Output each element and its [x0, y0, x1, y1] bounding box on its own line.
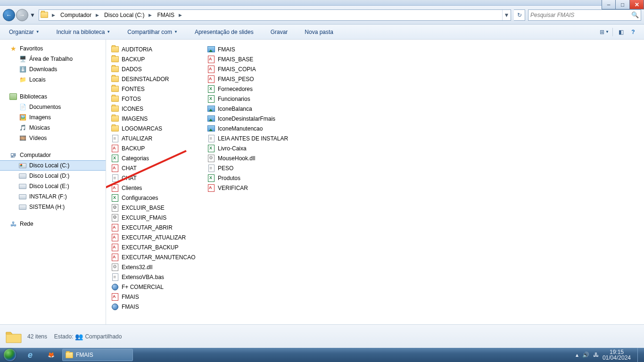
chevron-right-icon[interactable]: ▶ — [93, 13, 101, 17]
file-item[interactable]: DADOS — [110, 64, 199, 74]
file-item[interactable]: ExtensoVBA.bas — [110, 272, 199, 282]
sidebar-item-label: INSTALAR (F:) — [29, 193, 67, 200]
burn-button[interactable]: Gravar — [266, 26, 292, 38]
maximize-button[interactable]: □ — [616, 0, 630, 9]
file-item[interactable]: Funcionarios — [206, 94, 296, 104]
file-name-label: AUDITORIA — [122, 46, 152, 53]
file-item[interactable]: Fornecedores — [206, 84, 296, 94]
application-icon — [112, 304, 118, 310]
file-item[interactable]: CHAT — [110, 163, 199, 173]
desktop-icon: 🖥️ — [19, 55, 26, 63]
file-item[interactable]: FMAIS — [110, 302, 199, 312]
sidebar-item-documents[interactable]: 📄Documentos — [0, 102, 106, 112]
tray-network-icon[interactable]: 🖧 — [593, 352, 599, 358]
file-name-label: VERIFICAR — [218, 185, 248, 191]
chevron-right-icon[interactable]: ▶ — [50, 13, 58, 17]
file-item[interactable]: IconeDesinstalarFmais — [206, 114, 296, 123]
address-history-button[interactable]: ▼ — [502, 10, 511, 20]
close-button[interactable]: ✕ — [630, 0, 644, 9]
taskbar-pinned-firefox[interactable]: 🦊 — [41, 348, 61, 362]
sidebar-item-music[interactable]: 🎵Músicas — [0, 123, 106, 133]
start-button[interactable] — [0, 348, 20, 362]
file-item[interactable]: Livro-Caixa — [206, 143, 296, 153]
sidebar-header-network[interactable]: 🖧Rede — [0, 219, 106, 229]
sidebar-item-videos[interactable]: 🎞️Vídeos — [0, 133, 106, 143]
file-item[interactable]: ICONES — [110, 104, 199, 114]
file-item[interactable]: MouseHook.dll — [206, 153, 296, 163]
address-bar[interactable]: ▶ Computador ▶ Disco Local (C:) ▶ FMAIS … — [39, 9, 511, 21]
sidebar-item-downloads[interactable]: ⬇️Downloads — [0, 64, 106, 74]
chevron-right-icon[interactable]: ▶ — [176, 13, 184, 17]
new-folder-button[interactable]: Nova pasta — [300, 26, 338, 38]
back-button[interactable]: ← — [3, 9, 15, 21]
forward-button[interactable]: → — [16, 9, 28, 21]
file-item[interactable]: FMAIS_COPIA — [206, 64, 296, 74]
file-item[interactable]: EXECUTAR_MANUTENCAO — [110, 252, 199, 262]
file-item[interactable]: FMAIS_BASE — [206, 54, 296, 64]
recent-locations-button[interactable]: ▼ — [29, 9, 36, 21]
file-item[interactable]: EXECUTAR_ABRIR — [110, 222, 199, 232]
file-item[interactable]: EXECUTAR_ATUALIZAR — [110, 232, 199, 242]
preview-pane-button[interactable]: ◧ — [615, 27, 627, 37]
crumb-fmais[interactable]: FMAIS — [154, 10, 176, 20]
sidebar-item-drive-h[interactable]: SISTEMA (H:) — [0, 202, 106, 212]
file-item[interactable]: IconeManutencao — [206, 123, 296, 133]
sidebar-item-pictures[interactable]: 🖼️Imagens — [0, 112, 106, 123]
file-item[interactable]: EXECUTAR_BACKUP — [110, 242, 199, 252]
file-item[interactable]: Extens32.dll — [110, 262, 199, 272]
tray-show-hidden-button[interactable]: ▴ — [576, 352, 578, 358]
file-item[interactable]: Configuracoes — [110, 193, 199, 203]
file-item[interactable]: LOGOMARCAS — [110, 123, 199, 133]
sidebar-item-drive-c[interactable]: Disco Local (C:) — [0, 160, 106, 171]
share-with-button[interactable]: Compartilhar com▼ — [123, 26, 182, 38]
taskbar-pinned-ie[interactable]: e — [20, 348, 41, 362]
refresh-button[interactable]: ↻ — [514, 9, 525, 21]
file-item[interactable]: LEIA ANTES DE INSTALAR — [206, 133, 296, 143]
file-item[interactable]: BACKUP — [110, 143, 199, 153]
sidebar-item-drive-e[interactable]: Disco Local (E:) — [0, 181, 106, 191]
tray-clock[interactable]: 19:15 01/04/2024 — [603, 349, 631, 361]
file-item[interactable]: EXCLUIR_FMAIS — [110, 213, 199, 222]
file-item[interactable]: EXCLUIR_BASE — [110, 203, 199, 213]
file-item[interactable]: IMAGENS — [110, 114, 199, 123]
file-item[interactable]: ATUALIZAR — [110, 133, 199, 143]
view-options-button[interactable]: ⊞▼ — [598, 27, 611, 37]
show-desktop-button[interactable] — [637, 348, 642, 362]
organize-button[interactable]: Organizar▼ — [5, 26, 44, 38]
file-item[interactable]: FMAIS_PESO — [206, 74, 296, 84]
search-box[interactable]: 🔍 — [528, 9, 641, 21]
chevron-right-icon[interactable]: ▶ — [146, 13, 154, 17]
sidebar-item-drive-d[interactable]: Disco Local (D:) — [0, 171, 106, 181]
file-item[interactable]: FOTOS — [110, 94, 199, 104]
sidebar-item-recent-places[interactable]: 📁Locais — [0, 74, 106, 85]
file-item[interactable]: Produtos — [206, 173, 296, 183]
sidebar-header-favorites[interactable]: ★Favoritos — [0, 43, 106, 54]
file-item[interactable]: Clientes — [110, 183, 199, 193]
search-input[interactable] — [530, 12, 631, 18]
file-item[interactable]: VERIFICAR — [206, 183, 296, 193]
sidebar-item-desktop[interactable]: 🖥️Área de Trabalho — [0, 54, 106, 64]
crumb-computer[interactable]: Computador — [58, 10, 93, 20]
include-library-button[interactable]: Incluir na biblioteca▼ — [52, 26, 115, 38]
file-item[interactable]: FONTES — [110, 84, 199, 94]
sidebar-header-computer[interactable]: 🖳Computador — [0, 150, 106, 160]
taskbar-task-explorer[interactable]: FMAIS — [62, 349, 133, 361]
minimize-button[interactable]: – — [602, 0, 616, 9]
crumb-drive-c[interactable]: Disco Local (C:) — [101, 10, 146, 20]
file-item[interactable]: AUDITORIA — [110, 44, 199, 54]
file-item[interactable]: BACKUP — [110, 54, 199, 64]
file-item[interactable]: IconeBalanca — [206, 104, 296, 114]
file-item[interactable]: Categorias — [110, 153, 199, 163]
slideshow-button[interactable]: Apresentação de slides — [190, 26, 258, 38]
tray-volume-icon[interactable]: 🔊 — [582, 352, 589, 358]
sidebar-item-drive-f[interactable]: INSTALAR (F:) — [0, 191, 106, 202]
help-button[interactable]: ? — [627, 27, 639, 37]
file-item[interactable]: FMAIS — [110, 292, 199, 302]
file-item[interactable]: PESO — [206, 163, 296, 173]
sidebar-header-libraries[interactable]: Bibliotecas — [0, 91, 106, 102]
file-item[interactable]: FMAIS — [206, 44, 296, 54]
file-item[interactable]: F+ COMERCIAL — [110, 282, 199, 292]
file-item[interactable]: DESINSTALADOR — [110, 74, 199, 84]
file-item[interactable]: CHAT — [110, 173, 199, 183]
file-list-pane[interactable]: AUDITORIABACKUPDADOSDESINSTALADORFONTESF… — [106, 40, 644, 324]
